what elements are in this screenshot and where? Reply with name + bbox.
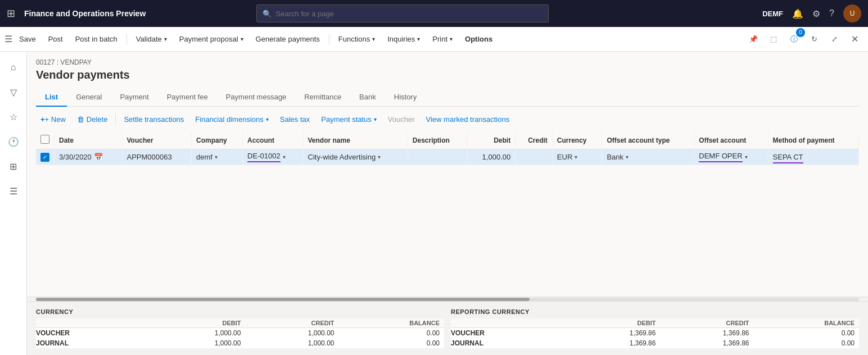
table-header-row: Date Voucher Company Account Vendor name…	[36, 131, 859, 149]
tab-bank[interactable]: Bank	[350, 88, 385, 107]
col-offset-account: Offset account	[694, 131, 768, 149]
scrollbar-track[interactable]	[36, 298, 859, 301]
tab-payment[interactable]: Payment	[111, 88, 157, 107]
journal-reporting-balance: 0.00	[753, 338, 859, 348]
offset-account-dropdown-icon[interactable]: ▾	[745, 154, 748, 160]
row-checkbox-cell[interactable]: ✓	[36, 149, 55, 165]
row-company[interactable]: demf ▾	[192, 149, 243, 165]
notification-icon[interactable]: 🔔	[792, 8, 803, 19]
refresh-icon[interactable]: ↻	[805, 30, 823, 48]
row-account[interactable]: DE-01002 ▾	[243, 149, 303, 165]
pin-icon[interactable]: 📌	[744, 30, 762, 48]
expand-icon[interactable]: ⤢	[825, 30, 843, 48]
options-button[interactable]: Options	[459, 30, 498, 48]
horizontal-scrollbar[interactable]	[27, 297, 868, 301]
view-marked-button[interactable]: View marked transactions	[422, 111, 514, 127]
table-container[interactable]: Date Voucher Company Account Vendor name…	[27, 131, 868, 297]
company-dropdown-icon[interactable]: ▾	[215, 154, 218, 160]
search-icon: 🔍	[263, 10, 272, 18]
account-dropdown-icon[interactable]: ▾	[283, 154, 286, 160]
save-button[interactable]: Save	[13, 30, 42, 48]
select-all-checkbox[interactable]	[40, 135, 49, 144]
post-in-batch-button[interactable]: Post in batch	[70, 30, 123, 48]
currency-section-title: CURRENCY	[36, 308, 444, 315]
reporting-section-title: REPORTING CURRENCY	[451, 308, 859, 315]
col-description: Description	[408, 131, 467, 149]
validate-button[interactable]: Validate ▾	[130, 30, 173, 48]
summary-credit-header: CREDIT	[245, 318, 338, 328]
fin-dim-chevron-icon: ▾	[266, 116, 269, 122]
post-button[interactable]: Post	[43, 30, 69, 48]
offset-type-dropdown-icon[interactable]: ▾	[626, 154, 629, 160]
row-offset-account-type[interactable]: Bank ▾	[602, 149, 694, 165]
col-debit: Debit	[467, 131, 516, 149]
calendar-icon[interactable]: 📅	[94, 153, 103, 161]
functions-button[interactable]: Functions ▾	[333, 30, 381, 48]
summary-journal-row: JOURNAL 1,000.00 1,000.00 0.00	[36, 338, 444, 348]
print-button[interactable]: Print ▾	[427, 30, 458, 48]
row-description[interactable]	[408, 149, 467, 165]
inquiries-button[interactable]: Inquiries ▾	[382, 30, 426, 48]
help-icon[interactable]: ?	[829, 8, 834, 19]
tabs: List General Payment Payment fee Payment…	[36, 88, 859, 107]
toolbar: + + New 🗑 Delete Settle transactions Fin…	[27, 107, 868, 131]
table-row[interactable]: ✓ 3/30/2020 📅 APPM000063 demf	[36, 149, 859, 165]
panel-icon[interactable]: ⬚	[765, 30, 783, 48]
delete-button[interactable]: 🗑 Delete	[73, 111, 112, 127]
cmd-right-actions: 📌 ⬚ ⓘ 0 ↻ ⤢ ✕	[744, 30, 864, 48]
payment-status-button[interactable]: Payment status ▾	[317, 111, 381, 127]
page-header: 00127 : VENDPAY Vendor payments List Gen…	[27, 52, 868, 107]
sales-tax-button[interactable]: Sales tax	[275, 111, 314, 127]
voucher-currency-credit: 1,000.00	[245, 328, 338, 339]
journal-reporting-credit: 1,369.86	[660, 338, 753, 348]
app-grid-icon[interactable]: ⊞	[7, 7, 15, 20]
row-vendor-name[interactable]: City-wide Advertising ▾	[303, 149, 408, 165]
settle-transactions-button[interactable]: Settle transactions	[119, 111, 188, 127]
tab-history[interactable]: History	[385, 88, 426, 107]
sidebar-list-icon[interactable]: ☰	[2, 180, 25, 202]
generate-payments-button[interactable]: Generate payments	[250, 30, 326, 48]
row-currency[interactable]: EUR ▾	[552, 149, 602, 165]
main-content: ⌂ ▽ ☆ 🕐 ⊞ ☰ 00127 : VENDPAY Vendor payme…	[0, 52, 868, 355]
sidebar-favorites-icon[interactable]: ☆	[2, 106, 25, 128]
hamburger-icon[interactable]: ☰	[4, 34, 12, 44]
tab-payment-message[interactable]: Payment message	[217, 88, 296, 107]
row-date[interactable]: 3/30/2020 📅	[55, 149, 123, 165]
tab-payment-fee[interactable]: Payment fee	[158, 88, 217, 107]
summary-label-header	[36, 318, 152, 328]
sidebar-home-icon[interactable]: ⌂	[2, 56, 25, 79]
tab-remittance[interactable]: Remittance	[295, 88, 350, 107]
voucher-reporting-debit: 1,369.86	[567, 328, 660, 339]
row-offset-account[interactable]: DEMF OPER ▾	[694, 149, 768, 165]
sidebar-recent-icon[interactable]: 🕐	[2, 130, 25, 153]
notification-badge-icon[interactable]: ⓘ 0	[785, 30, 803, 48]
row-checkbox[interactable]: ✓	[40, 153, 49, 162]
tab-list[interactable]: List	[36, 88, 67, 107]
close-icon[interactable]: ✕	[846, 30, 864, 48]
scrollbar-thumb[interactable]	[36, 298, 530, 301]
search-input[interactable]	[276, 10, 542, 18]
settings-icon[interactable]: ⚙	[812, 8, 820, 19]
payment-status-chevron-icon: ▾	[374, 116, 377, 122]
row-debit: 1,000.00	[467, 149, 516, 165]
col-voucher: Voucher	[122, 131, 192, 149]
avatar[interactable]: U	[843, 4, 861, 22]
vendor-name-dropdown-icon[interactable]: ▾	[378, 154, 381, 160]
tab-general[interactable]: General	[67, 88, 111, 107]
financial-dimensions-button[interactable]: Financial dimensions ▾	[191, 111, 273, 127]
reporting-journal-row: JOURNAL 1,369.86 1,369.86 0.00	[451, 338, 859, 348]
payment-proposal-button[interactable]: Payment proposal ▾	[174, 30, 249, 48]
row-method-of-payment: SEPA CT	[768, 149, 858, 165]
top-navigation: ⊞ Finance and Operations Preview 🔍 DEMF …	[0, 0, 868, 27]
reporting-balance-header: BALANCE	[753, 318, 859, 328]
currency-dropdown-icon[interactable]: ▾	[575, 154, 577, 160]
search-bar[interactable]: 🔍	[256, 4, 549, 22]
voucher-button: Voucher	[383, 111, 419, 127]
new-button[interactable]: + + New	[36, 111, 70, 127]
reporting-debit-header: DEBIT	[567, 318, 660, 328]
sidebar-filter-icon[interactable]: ▽	[2, 81, 25, 103]
command-bar: ☰ Save Post Post in batch Validate ▾ Pay…	[0, 27, 868, 52]
journal-label: JOURNAL	[36, 338, 152, 348]
sidebar-calendar-icon[interactable]: ⊞	[2, 155, 25, 178]
summary-debit-header: DEBIT	[152, 318, 245, 328]
